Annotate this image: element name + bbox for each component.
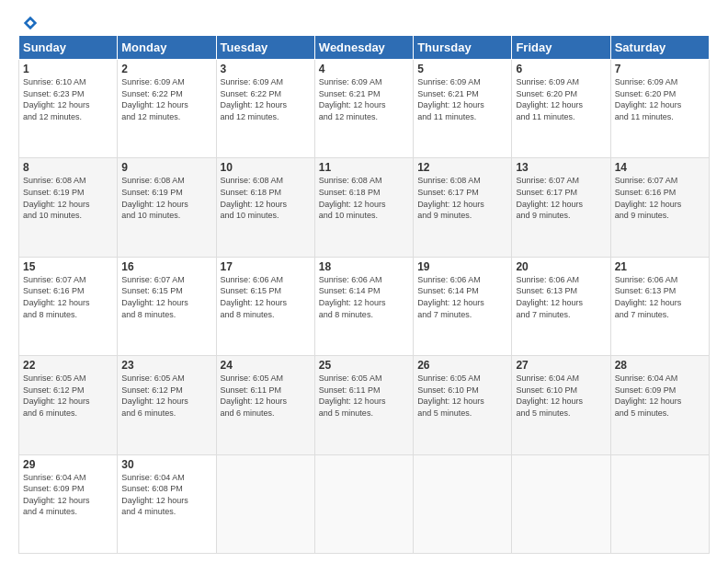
day-cell: 7Sunrise: 6:09 AM Sunset: 6:20 PM Daylig…	[610, 60, 709, 158]
week-row-3: 15Sunrise: 6:07 AM Sunset: 6:16 PM Dayli…	[19, 257, 710, 355]
day-number: 27	[516, 359, 606, 372]
day-info: Sunrise: 6:05 AM Sunset: 6:12 PM Dayligh…	[23, 373, 90, 418]
day-number: 6	[516, 63, 606, 75]
day-number: 26	[417, 359, 507, 372]
day-cell	[512, 454, 610, 553]
day-info: Sunrise: 6:06 AM Sunset: 6:14 PM Dayligh…	[417, 275, 484, 319]
day-cell: 23Sunrise: 6:05 AM Sunset: 6:12 PM Dayli…	[118, 356, 216, 454]
day-cell: 22Sunrise: 6:05 AM Sunset: 6:12 PM Dayli…	[19, 356, 118, 454]
day-info: Sunrise: 6:09 AM Sunset: 6:21 PM Dayligh…	[319, 77, 386, 121]
day-number: 29	[23, 458, 113, 471]
day-cell: 24Sunrise: 6:05 AM Sunset: 6:11 PM Dayli…	[216, 356, 314, 454]
calendar-table: SundayMondayTuesdayWednesdayThursdayFrid…	[18, 35, 710, 554]
day-cell: 20Sunrise: 6:06 AM Sunset: 6:13 PM Dayli…	[512, 257, 610, 355]
day-cell: 25Sunrise: 6:05 AM Sunset: 6:11 PM Dayli…	[314, 356, 413, 454]
day-number: 2	[121, 63, 211, 75]
day-info: Sunrise: 6:10 AM Sunset: 6:23 PM Dayligh…	[23, 77, 90, 121]
day-header-monday: Monday	[118, 36, 216, 60]
header-row: SundayMondayTuesdayWednesdayThursdayFrid…	[19, 36, 710, 60]
day-cell: 19Sunrise: 6:06 AM Sunset: 6:14 PM Dayli…	[414, 257, 512, 355]
day-info: Sunrise: 6:06 AM Sunset: 6:13 PM Dayligh…	[516, 275, 583, 319]
day-cell: 4Sunrise: 6:09 AM Sunset: 6:21 PM Daylig…	[314, 60, 413, 158]
logo-text	[18, 15, 39, 31]
day-cell: 5Sunrise: 6:09 AM Sunset: 6:21 PM Daylig…	[414, 60, 512, 158]
day-cell	[216, 454, 314, 553]
day-cell: 28Sunrise: 6:04 AM Sunset: 6:09 PM Dayli…	[610, 356, 709, 454]
day-cell: 3Sunrise: 6:09 AM Sunset: 6:22 PM Daylig…	[216, 60, 314, 158]
day-info: Sunrise: 6:04 AM Sunset: 6:09 PM Dayligh…	[615, 373, 682, 418]
day-cell: 30Sunrise: 6:04 AM Sunset: 6:08 PM Dayli…	[118, 454, 216, 553]
logo	[18, 15, 39, 26]
day-number: 10	[221, 161, 311, 174]
day-number: 14	[615, 161, 705, 174]
day-info: Sunrise: 6:07 AM Sunset: 6:16 PM Dayligh…	[23, 275, 90, 319]
day-number: 13	[516, 161, 606, 174]
day-header-sunday: Sunday	[19, 36, 118, 60]
day-info: Sunrise: 6:09 AM Sunset: 6:20 PM Dayligh…	[615, 77, 682, 121]
day-number: 22	[23, 359, 113, 372]
day-number: 30	[121, 458, 211, 471]
day-header-friday: Friday	[512, 36, 610, 60]
day-cell	[314, 454, 413, 553]
day-number: 9	[121, 161, 211, 174]
day-cell: 15Sunrise: 6:07 AM Sunset: 6:16 PM Dayli…	[19, 257, 118, 355]
day-info: Sunrise: 6:08 AM Sunset: 6:18 PM Dayligh…	[221, 176, 288, 220]
day-info: Sunrise: 6:04 AM Sunset: 6:09 PM Dayligh…	[23, 473, 90, 517]
day-cell	[610, 454, 709, 553]
day-info: Sunrise: 6:08 AM Sunset: 6:18 PM Dayligh…	[319, 176, 386, 220]
day-cell: 18Sunrise: 6:06 AM Sunset: 6:14 PM Dayli…	[314, 257, 413, 355]
day-info: Sunrise: 6:08 AM Sunset: 6:17 PM Dayligh…	[417, 176, 484, 220]
day-number: 12	[417, 161, 507, 174]
day-cell: 2Sunrise: 6:09 AM Sunset: 6:22 PM Daylig…	[118, 60, 216, 158]
day-number: 3	[221, 63, 311, 75]
day-info: Sunrise: 6:05 AM Sunset: 6:10 PM Dayligh…	[417, 373, 484, 418]
day-info: Sunrise: 6:07 AM Sunset: 6:15 PM Dayligh…	[121, 275, 188, 319]
day-number: 11	[319, 161, 409, 174]
day-number: 8	[23, 161, 113, 174]
day-info: Sunrise: 6:09 AM Sunset: 6:20 PM Dayligh…	[516, 77, 583, 121]
day-info: Sunrise: 6:06 AM Sunset: 6:13 PM Dayligh…	[615, 275, 682, 319]
day-cell: 12Sunrise: 6:08 AM Sunset: 6:17 PM Dayli…	[414, 158, 512, 257]
day-cell	[414, 454, 512, 553]
day-info: Sunrise: 6:06 AM Sunset: 6:14 PM Dayligh…	[319, 275, 386, 319]
day-cell: 14Sunrise: 6:07 AM Sunset: 6:16 PM Dayli…	[610, 158, 709, 257]
day-info: Sunrise: 6:06 AM Sunset: 6:15 PM Dayligh…	[221, 275, 288, 319]
day-cell: 29Sunrise: 6:04 AM Sunset: 6:09 PM Dayli…	[19, 454, 118, 553]
calendar: SundayMondayTuesdayWednesdayThursdayFrid…	[18, 35, 710, 554]
day-cell: 8Sunrise: 6:08 AM Sunset: 6:19 PM Daylig…	[19, 158, 118, 257]
day-header-wednesday: Wednesday	[314, 36, 413, 60]
day-number: 18	[319, 260, 409, 273]
day-cell: 17Sunrise: 6:06 AM Sunset: 6:15 PM Dayli…	[216, 257, 314, 355]
day-number: 21	[615, 260, 705, 273]
day-cell: 11Sunrise: 6:08 AM Sunset: 6:18 PM Dayli…	[314, 158, 413, 257]
day-number: 25	[319, 359, 409, 372]
day-info: Sunrise: 6:09 AM Sunset: 6:22 PM Dayligh…	[221, 77, 288, 121]
day-number: 1	[23, 63, 113, 75]
day-info: Sunrise: 6:04 AM Sunset: 6:08 PM Dayligh…	[121, 473, 188, 517]
week-row-5: 29Sunrise: 6:04 AM Sunset: 6:09 PM Dayli…	[19, 454, 710, 553]
day-info: Sunrise: 6:09 AM Sunset: 6:22 PM Dayligh…	[121, 77, 188, 121]
day-info: Sunrise: 6:05 AM Sunset: 6:12 PM Dayligh…	[121, 373, 188, 418]
day-info: Sunrise: 6:08 AM Sunset: 6:19 PM Dayligh…	[121, 176, 188, 220]
day-cell: 27Sunrise: 6:04 AM Sunset: 6:10 PM Dayli…	[512, 356, 610, 454]
header	[18, 15, 710, 26]
day-cell: 26Sunrise: 6:05 AM Sunset: 6:10 PM Dayli…	[414, 356, 512, 454]
day-info: Sunrise: 6:04 AM Sunset: 6:10 PM Dayligh…	[516, 373, 583, 418]
day-number: 4	[319, 63, 409, 75]
day-header-saturday: Saturday	[610, 36, 709, 60]
day-info: Sunrise: 6:07 AM Sunset: 6:16 PM Dayligh…	[615, 176, 682, 220]
day-cell: 6Sunrise: 6:09 AM Sunset: 6:20 PM Daylig…	[512, 60, 610, 158]
week-row-2: 8Sunrise: 6:08 AM Sunset: 6:19 PM Daylig…	[19, 158, 710, 257]
day-header-thursday: Thursday	[414, 36, 512, 60]
day-info: Sunrise: 6:05 AM Sunset: 6:11 PM Dayligh…	[221, 373, 288, 418]
day-cell: 13Sunrise: 6:07 AM Sunset: 6:17 PM Dayli…	[512, 158, 610, 257]
day-number: 24	[221, 359, 311, 372]
day-header-tuesday: Tuesday	[216, 36, 314, 60]
day-number: 17	[221, 260, 311, 273]
day-cell: 21Sunrise: 6:06 AM Sunset: 6:13 PM Dayli…	[610, 257, 709, 355]
day-info: Sunrise: 6:07 AM Sunset: 6:17 PM Dayligh…	[516, 176, 583, 220]
day-cell: 10Sunrise: 6:08 AM Sunset: 6:18 PM Dayli…	[216, 158, 314, 257]
day-cell: 1Sunrise: 6:10 AM Sunset: 6:23 PM Daylig…	[19, 60, 118, 158]
logo-icon	[22, 15, 39, 31]
day-number: 28	[615, 359, 705, 372]
